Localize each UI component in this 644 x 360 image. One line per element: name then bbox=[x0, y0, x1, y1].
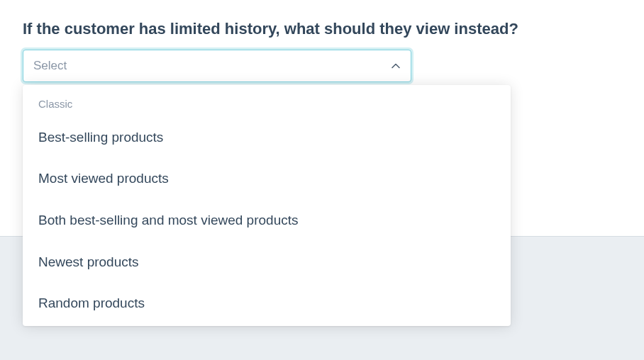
question-label: If the customer has limited history, wha… bbox=[23, 18, 621, 40]
dropdown-option[interactable]: Most viewed products bbox=[23, 158, 511, 200]
dropdown-group-label: Classic bbox=[23, 88, 511, 117]
select-dropdown[interactable]: Select bbox=[23, 50, 411, 82]
select-wrapper: Select Classic Best-selling products Mos… bbox=[23, 50, 411, 82]
dropdown-panel: Classic Best-selling products Most viewe… bbox=[23, 85, 511, 326]
dropdown-option[interactable]: Random products bbox=[23, 283, 511, 325]
form-container: If the customer has limited history, wha… bbox=[0, 0, 644, 82]
select-placeholder: Select bbox=[33, 59, 67, 73]
chevron-up-icon bbox=[391, 61, 401, 71]
dropdown-option[interactable]: Newest products bbox=[23, 242, 511, 283]
dropdown-option[interactable]: Best-selling products bbox=[23, 117, 511, 159]
dropdown-option[interactable]: Both best-selling and most viewed produc… bbox=[23, 200, 511, 242]
